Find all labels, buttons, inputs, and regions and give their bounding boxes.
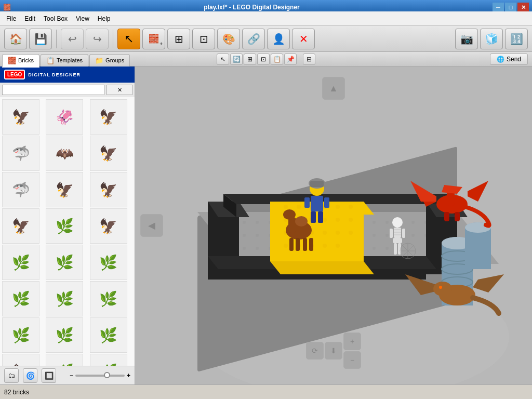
brick-item[interactable]: 🌿: [46, 354, 83, 366]
figure-button[interactable]: 👤: [267, 29, 290, 49]
tab-bricks[interactable]: 🧱 Bricks: [2, 54, 39, 68]
tab-groups[interactable]: 📁 Groups: [89, 54, 130, 66]
search-input[interactable]: [2, 85, 104, 95]
brick-item[interactable]: 🌿: [46, 245, 83, 280]
sub-copy-btn[interactable]: 📋: [271, 54, 283, 65]
delete-button[interactable]: ✕: [292, 29, 315, 49]
view3d-button[interactable]: 🧊: [480, 29, 503, 49]
minimize-button[interactable]: ─: [493, 3, 504, 12]
paint-button[interactable]: 🎨: [217, 29, 240, 49]
menu-toolbox[interactable]: Tool Box: [39, 14, 72, 23]
sub-mirror-btn[interactable]: ⊞: [244, 54, 256, 65]
tab-groups-label: Groups: [105, 57, 124, 63]
brick-item[interactable]: 🌿: [90, 354, 127, 366]
zoom-slider[interactable]: [75, 375, 125, 377]
brick-item[interactable]: 🦅: [90, 208, 127, 244]
sidebar-header: LEGO DIGITAL DESIGNER: [0, 66, 135, 83]
close-button[interactable]: ✕: [517, 3, 529, 12]
nav-rotate-button[interactable]: ⟳: [306, 342, 324, 360]
sub-cursor-btn[interactable]: ↖: [217, 54, 229, 65]
tab-templates[interactable]: 📋 Templates: [41, 54, 88, 66]
send-button[interactable]: 🌐 Send: [490, 54, 528, 65]
brick-item[interactable]: 🌿: [2, 317, 39, 353]
connect-button[interactable]: 🔗: [242, 29, 265, 49]
lego-logo: LEGO: [4, 70, 25, 79]
sub-rotate-btn[interactable]: 🔄: [230, 54, 243, 65]
sub-paste-btn[interactable]: 📌: [284, 54, 297, 65]
svg-point-76: [336, 218, 340, 222]
svg-point-25: [256, 234, 259, 237]
svg-point-82: [336, 231, 340, 235]
svg-point-35: [385, 234, 389, 237]
svg-rect-104: [304, 197, 310, 208]
svg-point-83: [349, 231, 353, 235]
camera-button[interactable]: 📷: [455, 29, 478, 49]
brick-item[interactable]: 🦅: [90, 136, 127, 171]
select-box-button[interactable]: ⊞: [167, 29, 190, 49]
nav-zoom-in-button[interactable]: +: [343, 332, 361, 350]
brick-item[interactable]: 🦅: [2, 208, 39, 244]
brick-item[interactable]: 🌿: [46, 317, 83, 353]
sub-select-btn[interactable]: ⊡: [257, 54, 270, 65]
undo-button[interactable]: ↩: [61, 29, 84, 49]
brick-item[interactable]: 🌿: [90, 281, 127, 316]
menu-edit[interactable]: Edit: [20, 14, 39, 23]
brick-item[interactable]: 🌿: [2, 281, 39, 316]
save-button[interactable]: 💾: [29, 29, 52, 49]
menu-file[interactable]: File: [2, 14, 20, 23]
brick-item[interactable]: 🌿: [90, 245, 127, 280]
svg-rect-103: [318, 211, 323, 223]
brick-item[interactable]: 🦅: [90, 172, 127, 207]
zoom-plus[interactable]: +: [127, 372, 130, 379]
title-icon: 🧱: [3, 4, 11, 11]
brick-item[interactable]: 🦈: [2, 136, 39, 171]
add-brick-button[interactable]: 🧱+: [142, 29, 165, 49]
clone-button[interactable]: ⊡: [192, 29, 215, 49]
search-clear-button[interactable]: ✕: [107, 85, 132, 95]
zoom-handle[interactable]: [104, 372, 110, 378]
sidebar-logo-group: LEGO DIGITAL DESIGNER: [4, 70, 81, 79]
bricks-count: 82 bricks: [4, 389, 29, 396]
menu-help[interactable]: Help: [94, 14, 115, 23]
svg-rect-120: [394, 243, 397, 255]
svg-point-75: [323, 218, 327, 222]
brick-item[interactable]: 🌿: [46, 281, 83, 316]
view-grid-button[interactable]: 🗂: [4, 368, 19, 383]
zoom-minus[interactable]: −: [70, 372, 73, 379]
svg-point-41: [243, 247, 246, 250]
toolbar-group-file: 🏠 💾: [4, 29, 52, 49]
nav-pan-button[interactable]: ⬇: [325, 342, 342, 360]
svg-point-114: [392, 217, 403, 228]
brick-item[interactable]: 🦅: [2, 354, 39, 366]
menu-view[interactable]: View: [72, 14, 94, 23]
brick-item[interactable]: 🌿: [2, 245, 39, 280]
nav-up-button[interactable]: ▲: [322, 77, 345, 100]
redo-button[interactable]: ↪: [86, 29, 109, 49]
nav-zoom-out-button[interactable]: −: [343, 351, 361, 369]
svg-rect-130: [444, 212, 449, 221]
templates-tab-icon: 📋: [46, 57, 55, 64]
send-icon: 🌐: [497, 56, 504, 63]
maximize-button[interactable]: □: [505, 3, 516, 12]
brick-item[interactable]: 🦅: [2, 99, 39, 135]
brick-item[interactable]: 🦑: [46, 99, 83, 135]
counter-button[interactable]: 🔢: [505, 29, 528, 49]
view-list-button[interactable]: 🔲: [42, 368, 56, 383]
sub-grid-btn[interactable]: ⊟: [303, 54, 315, 65]
cursor-tool-button[interactable]: ↖: [117, 29, 140, 49]
brick-item[interactable]: 🦇: [46, 136, 83, 171]
brick-item[interactable]: 🦅: [46, 172, 83, 207]
brick-item[interactable]: 🌿: [90, 317, 127, 353]
svg-rect-112: [309, 238, 313, 251]
svg-rect-109: [289, 238, 294, 251]
brick-item[interactable]: 🦅: [90, 99, 127, 135]
brick-item[interactable]: 🌿: [46, 208, 83, 244]
svg-rect-121: [398, 243, 401, 255]
svg-point-7: [256, 221, 259, 224]
menu-bar: File Edit Tool Box View Help: [0, 11, 532, 26]
svg-point-136: [439, 286, 442, 289]
home-button[interactable]: 🏠: [4, 29, 27, 49]
view-rotate-button[interactable]: 🌀: [23, 368, 37, 383]
nav-left-button[interactable]: ◀: [140, 214, 163, 237]
brick-item[interactable]: 🦈: [2, 172, 39, 207]
